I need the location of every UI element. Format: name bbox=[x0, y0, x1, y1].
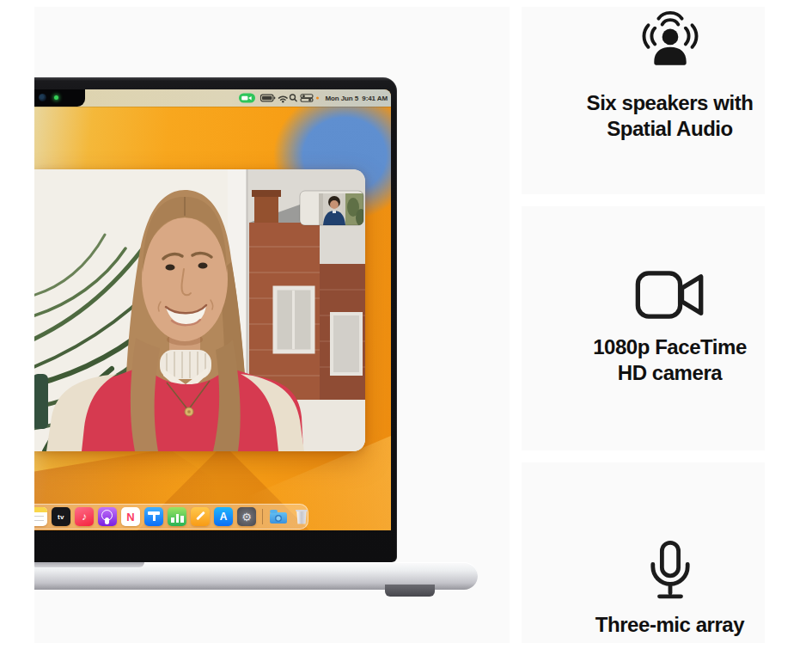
facetime-pip[interactable] bbox=[300, 191, 365, 226]
dock-icon-keynote[interactable] bbox=[144, 507, 163, 526]
facetime-camera-lens bbox=[39, 94, 46, 101]
dock-icon-settings[interactable]: ⚙ bbox=[237, 507, 256, 526]
display-notch bbox=[34, 89, 85, 107]
facetime-video bbox=[34, 169, 365, 451]
facetime-window bbox=[34, 169, 365, 451]
feature-card-camera: 1080p FaceTime HD camera bbox=[522, 206, 765, 450]
dock-icon-apple-tv[interactable]: tv bbox=[52, 507, 70, 526]
feature-title-line: 1080p FaceTime bbox=[593, 334, 747, 360]
dock: tv ♪ N A ⚙ bbox=[34, 504, 308, 530]
gear-icon: ⚙ bbox=[237, 507, 256, 526]
product-gallery: Mon Jun 5 9:41 AM tv ♪ N A ⚙ bbox=[0, 0, 812, 649]
feature-title: Three-mic array bbox=[595, 612, 744, 638]
wifi-icon bbox=[279, 96, 288, 100]
laptop-foot bbox=[385, 585, 435, 597]
laptop-screen: Mon Jun 5 9:41 AM tv ♪ N A ⚙ bbox=[34, 89, 391, 530]
feature-title: 1080p FaceTime HD camera bbox=[593, 334, 747, 386]
menubar-status-icons[interactable] bbox=[239, 92, 321, 104]
dock-icon-podcasts[interactable] bbox=[98, 507, 117, 526]
dock-icon-pages[interactable] bbox=[191, 507, 210, 526]
dock-icon-notes[interactable] bbox=[34, 507, 47, 526]
macbook-image-card: Mon Jun 5 9:41 AM tv ♪ N A ⚙ bbox=[34, 7, 510, 643]
music-note-glyph: ♪ bbox=[75, 507, 94, 526]
dock-icon-numbers[interactable] bbox=[168, 507, 186, 526]
spatial-audio-icon bbox=[641, 5, 699, 77]
feature-card-mic: Three-mic array bbox=[522, 462, 765, 643]
tv-glyph: tv bbox=[52, 507, 70, 526]
menubar-clock[interactable]: Mon Jun 5 9:41 AM bbox=[325, 95, 388, 102]
facetime-camera-icon bbox=[635, 271, 705, 319]
dock-divider bbox=[262, 509, 263, 524]
dock-icon-news[interactable]: N bbox=[121, 507, 140, 526]
thumb-scoop bbox=[34, 562, 144, 567]
feature-title-line: Spatial Audio bbox=[587, 116, 754, 142]
menu-bar: Mon Jun 5 9:41 AM bbox=[34, 89, 391, 107]
control-center-icon bbox=[301, 95, 313, 102]
feature-title-line: Three-mic array bbox=[595, 612, 744, 638]
dock-icon-downloads-folder[interactable] bbox=[269, 507, 288, 526]
feature-title-line: Six speakers with bbox=[587, 90, 754, 116]
app-store-glyph: A bbox=[214, 507, 233, 526]
three-mic-icon bbox=[649, 540, 692, 603]
news-glyph: N bbox=[121, 507, 140, 526]
dock-icon-trash[interactable] bbox=[292, 507, 308, 526]
feature-title: Six speakers with Spatial Audio bbox=[587, 90, 754, 142]
feature-title-line: HD camera bbox=[593, 360, 747, 386]
camera-indicator-led bbox=[54, 95, 58, 100]
dock-icon-app-store[interactable]: A bbox=[214, 507, 233, 526]
feature-card-speakers: Six speakers with Spatial Audio bbox=[522, 7, 765, 194]
dock-icon-music[interactable]: ♪ bbox=[75, 507, 94, 526]
